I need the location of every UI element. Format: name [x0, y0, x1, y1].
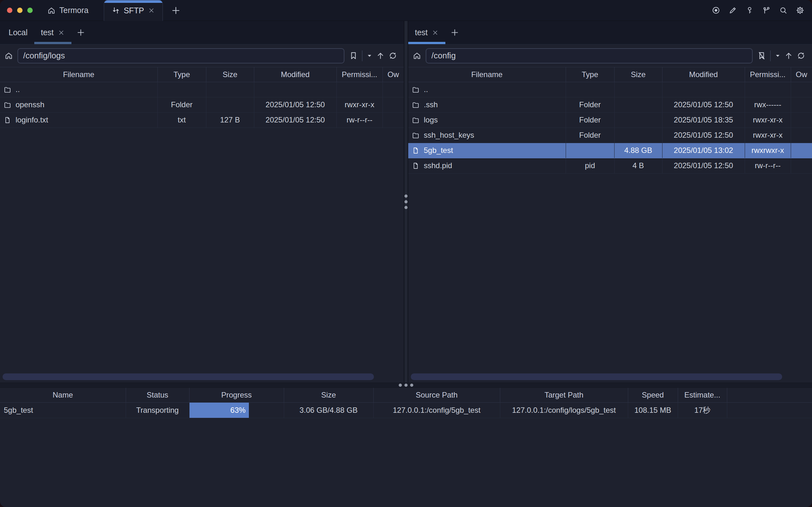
file-row-ssh_host_keys[interactable]: ssh_host_keysFolder2025/01/05 12:50rwxr-…: [408, 127, 812, 143]
parent-directory-button[interactable]: [376, 51, 385, 60]
file-row-openssh[interactable]: opensshFolder2025/01/05 12:50rwxr-xr-x: [0, 97, 404, 112]
progress-label: 63%: [230, 406, 246, 415]
file-row-loginfo.txt[interactable]: loginfo.txttxt127 B2025/01/05 12:50rw-r-…: [0, 112, 404, 127]
chevron-down-icon[interactable]: [774, 53, 781, 59]
column-header-filename[interactable]: Filename: [408, 67, 566, 82]
owner-cell: [791, 143, 812, 158]
folder-icon: [412, 131, 420, 139]
transfer-column-size[interactable]: Size: [284, 388, 373, 402]
pane-tab-local[interactable]: Local: [2, 21, 34, 44]
progress-bar: 63%: [190, 403, 249, 418]
transfer-column-sourcepath[interactable]: Source Path: [373, 388, 500, 402]
new-tab-button[interactable]: [171, 6, 181, 15]
column-header-type[interactable]: Type: [157, 67, 206, 82]
size-cell: [614, 97, 662, 112]
tab-termora[interactable]: Termora: [39, 0, 97, 21]
transfer-column-targetpath[interactable]: Target Path: [500, 388, 628, 402]
size-cell: 4 B: [614, 158, 662, 173]
permissions-cell: rw-r--r--: [336, 112, 382, 127]
t-name-cell: 5gb_test: [0, 402, 126, 418]
pane-splitter[interactable]: [404, 21, 408, 383]
transfer-column-filler: [727, 388, 812, 402]
file-row-logs[interactable]: logsFolder2025/01/05 18:35rwxr-xr-x: [408, 112, 812, 127]
filename-label: ssh_host_keys: [424, 131, 474, 139]
refresh-button[interactable]: [388, 51, 397, 60]
owner-cell: [791, 112, 812, 127]
column-header-modified[interactable]: Modified: [254, 67, 336, 82]
minimize-window-button[interactable]: [17, 8, 22, 13]
key-icon[interactable]: [745, 6, 754, 15]
home-directory-button[interactable]: [4, 51, 13, 60]
close-tab-icon[interactable]: [148, 7, 155, 14]
file-row-5gb_test[interactable]: 5gb_test4.88 GB2025/01/05 13:02rwxrwxr-x: [408, 143, 812, 158]
type-cell: txt: [157, 112, 206, 127]
file-row-..[interactable]: ..: [0, 82, 404, 97]
file-row-.ssh[interactable]: .sshFolder2025/01/05 12:50rwx------: [408, 97, 812, 112]
bookmark-icon[interactable]: [349, 51, 358, 60]
parent-directory-button[interactable]: [784, 51, 793, 60]
transfer-column-status[interactable]: Status: [126, 388, 189, 402]
size-cell: 127 B: [206, 112, 254, 127]
titlebar: Termora SFTP: [0, 0, 812, 21]
record-icon[interactable]: [712, 6, 720, 15]
right-path-input[interactable]: [426, 48, 753, 63]
add-pane-tab-button[interactable]: [76, 28, 85, 37]
column-header-type[interactable]: Type: [566, 67, 614, 82]
left-toolbar: [0, 44, 404, 67]
transfer-table-header: NameStatusProgressSizeSource PathTarget …: [0, 388, 812, 402]
transfer-row-5gb_test[interactable]: 5gb_testTransporting63%3.06 GB/4.88 GB12…: [0, 402, 812, 418]
branch-icon[interactable]: [762, 6, 771, 15]
add-pane-tab-button[interactable]: [450, 28, 459, 37]
chevron-down-icon[interactable]: [366, 53, 373, 59]
modified-cell: 2025/01/05 12:50: [662, 127, 745, 143]
column-header-ow[interactable]: Ow: [791, 67, 812, 82]
folder-icon: [412, 116, 420, 124]
file-row-..[interactable]: ..: [408, 82, 812, 97]
permissions-cell: rw-r--r--: [745, 158, 791, 173]
right-horizontal-scrollbar[interactable]: [411, 374, 782, 380]
column-header-size[interactable]: Size: [614, 67, 662, 82]
splitter-handle-icon: [399, 384, 413, 387]
permissions-cell: rwxr-xr-x: [336, 97, 382, 112]
transfer-table: NameStatusProgressSizeSource PathTarget …: [0, 388, 812, 418]
search-icon[interactable]: [779, 6, 788, 15]
local-pane: Local test: [0, 21, 404, 383]
pane-tab-test-remote[interactable]: test: [408, 21, 445, 44]
transfer-column-estimate[interactable]: Estimate...: [678, 388, 727, 402]
size-cell: [206, 97, 254, 112]
t-speed-cell: 108.15 MB: [628, 402, 678, 418]
column-header-permissi[interactable]: Permissi...: [336, 67, 382, 82]
pane-tab-test[interactable]: test: [34, 21, 71, 44]
column-header-permissi[interactable]: Permissi...: [745, 67, 791, 82]
column-header-filename[interactable]: Filename: [0, 67, 157, 82]
folder-icon: [412, 101, 420, 109]
bookmark-slash-icon[interactable]: [757, 51, 766, 60]
transfers-splitter[interactable]: [0, 383, 812, 388]
close-window-button[interactable]: [7, 8, 12, 13]
type-cell: [566, 82, 614, 97]
permissions-cell: rwxr-xr-x: [745, 127, 791, 143]
right-file-table: FilenameTypeSizeModifiedPermissi...Ow ..…: [408, 67, 812, 174]
transfer-column-progress[interactable]: Progress: [189, 388, 284, 402]
close-tab-icon[interactable]: [58, 29, 65, 36]
modified-cell: 2025/01/05 12:50: [254, 97, 336, 112]
transfer-column-name[interactable]: Name: [0, 388, 126, 402]
zoom-window-button[interactable]: [27, 8, 33, 13]
tab-sftp[interactable]: SFTP: [104, 0, 163, 21]
column-header-ow[interactable]: Ow: [382, 67, 404, 82]
column-header-size[interactable]: Size: [206, 67, 254, 82]
pane-tab-test-label: test: [41, 28, 54, 37]
owner-cell: [382, 82, 404, 97]
transfer-column-speed[interactable]: Speed: [628, 388, 678, 402]
left-horizontal-scrollbar[interactable]: [3, 374, 374, 380]
column-header-modified[interactable]: Modified: [662, 67, 745, 82]
close-tab-icon[interactable]: [432, 29, 439, 36]
edit-icon[interactable]: [728, 6, 737, 15]
file-row-sshd.pid[interactable]: sshd.pidpid4 B2025/01/05 12:50rw-r--r--: [408, 158, 812, 173]
refresh-button[interactable]: [797, 51, 806, 60]
settings-icon[interactable]: [796, 6, 804, 15]
home-directory-button[interactable]: [413, 51, 421, 60]
left-path-input[interactable]: [17, 48, 344, 63]
t-status-cell: Transporting: [126, 402, 189, 418]
filename-label: .ssh: [424, 100, 438, 109]
